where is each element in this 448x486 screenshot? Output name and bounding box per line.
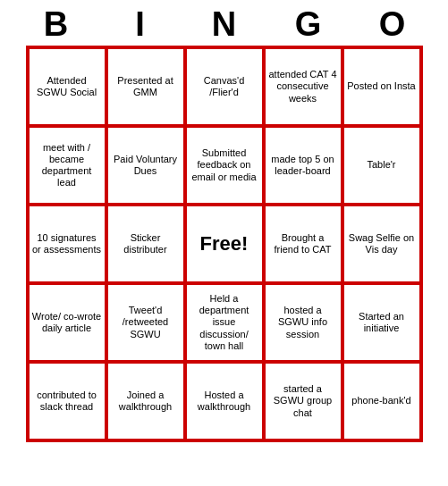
bingo-cell-n5[interactable]: Hosted a walkthrough — [185, 362, 264, 440]
bingo-cell-g1[interactable]: attended CAT 4 consecutive weeks — [264, 47, 342, 126]
bingo-cell-g3[interactable]: Brought a friend to CAT — [264, 205, 342, 283]
bingo-cell-i5[interactable]: Joined a walkthrough — [106, 362, 185, 440]
letter-b: B — [17, 5, 96, 44]
bingo-cell-b2[interactable]: meet with / became department lead — [28, 126, 106, 205]
bingo-cell-b1[interactable]: Attended SGWU Social — [28, 47, 106, 126]
bingo-cell-n4[interactable]: Held a department issue discussion/ town… — [185, 283, 264, 362]
bingo-cell-g5[interactable]: started a SGWU group chat — [264, 362, 342, 440]
bingo-cell-b5[interactable]: contributed to slack thread — [28, 362, 106, 440]
bingo-cell-i2[interactable]: Paid Voluntary Dues — [106, 126, 185, 205]
bingo-cell-b4[interactable]: Wrote/ co-wrote daily article — [28, 283, 106, 362]
letter-i: I — [101, 5, 180, 44]
bingo-cell-i3[interactable]: Sticker distributer — [106, 205, 185, 283]
bingo-cell-g2[interactable]: made top 5 on leader-board — [264, 126, 342, 205]
letter-g: G — [269, 5, 348, 44]
bingo-cell-n3[interactable]: Free! — [185, 205, 264, 283]
bingo-grid: Attended SGWU SocialPresented at GMMCanv… — [26, 46, 423, 442]
bingo-cell-i1[interactable]: Presented at GMM — [106, 47, 185, 126]
bingo-cell-o3[interactable]: Swag Selfie on Vis day — [342, 205, 421, 283]
bingo-cell-g4[interactable]: hosted a SGWU info session — [264, 283, 342, 362]
bingo-cell-b3[interactable]: 10 signatures or assessments — [28, 205, 106, 283]
bingo-cell-n2[interactable]: Submitted feedback on email or media — [185, 126, 264, 205]
bingo-cell-n1[interactable]: Canvas'd /Flier'd — [185, 47, 264, 126]
letter-n: N — [185, 5, 264, 44]
bingo-cell-o5[interactable]: phone-bank'd — [342, 362, 421, 440]
bingo-cell-o2[interactable]: Table'r — [342, 126, 421, 205]
bingo-cell-i4[interactable]: Tweet'd /retweeted SGWU — [106, 283, 185, 362]
letter-o: O — [353, 5, 432, 44]
bingo-header: B I N G O — [14, 5, 435, 44]
bingo-cell-o4[interactable]: Started an initiative — [342, 283, 421, 362]
bingo-cell-o1[interactable]: Posted on Insta — [342, 47, 421, 126]
